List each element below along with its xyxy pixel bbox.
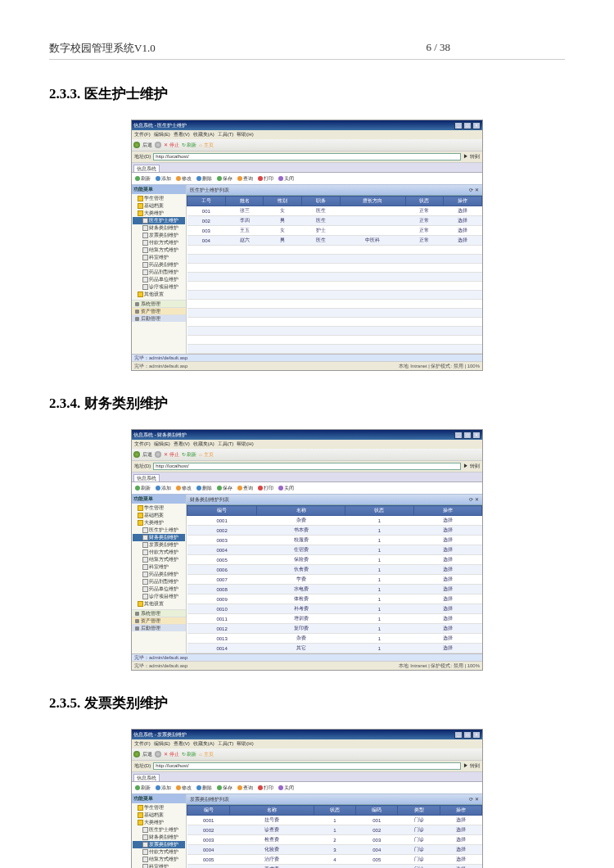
tree-item[interactable]: 财务类别维护 xyxy=(133,534,185,541)
forward-icon[interactable] xyxy=(155,751,161,757)
menu-item[interactable]: 查看(V) xyxy=(174,741,190,746)
app-toolbar-button[interactable]: 删除 xyxy=(196,485,212,492)
stop-button[interactable]: ✕ 停止 xyxy=(164,451,179,459)
app-toolbar-button[interactable]: 打印 xyxy=(258,784,273,792)
app-toolbar-button[interactable]: 保存 xyxy=(217,485,233,492)
menu-item[interactable]: 收藏夹(A) xyxy=(193,441,214,446)
tree-item[interactable]: 药品类别维护 xyxy=(133,571,185,578)
minimize-button[interactable]: _ xyxy=(454,122,463,129)
tree-item[interactable]: 其他设置 xyxy=(133,600,185,608)
app-toolbar-button[interactable]: 添加 xyxy=(156,485,171,492)
back-icon[interactable] xyxy=(133,142,140,148)
close-button[interactable]: × xyxy=(472,122,481,129)
back-label[interactable]: 后退 xyxy=(142,142,152,149)
tree-item[interactable]: 科室维护 xyxy=(133,254,185,261)
tree-item[interactable]: 药品单位维护 xyxy=(133,585,185,593)
menu-item[interactable]: 帮助(H) xyxy=(237,741,253,746)
forward-icon[interactable] xyxy=(155,451,161,458)
op-cell[interactable]: 选择 xyxy=(444,236,482,246)
op-cell[interactable]: 选择 xyxy=(440,816,481,825)
refresh-button[interactable]: ↻ 刷新 xyxy=(182,751,197,758)
menu-item[interactable]: 收藏夹(A) xyxy=(193,132,214,137)
go-button[interactable]: ▶ 转到 xyxy=(463,463,480,470)
tree-item[interactable]: 科室维护 xyxy=(133,563,185,571)
op-cell[interactable]: 选择 xyxy=(413,575,481,585)
url-input[interactable]: http://localhost/ xyxy=(153,463,461,470)
tree-item[interactable]: 付款方式维护 xyxy=(133,549,185,556)
op-cell[interactable]: 选择 xyxy=(444,216,482,226)
app-toolbar-button[interactable]: 保存 xyxy=(217,784,233,792)
app-toolbar-button[interactable]: 关闭 xyxy=(278,175,294,183)
refresh-button[interactable]: ↻ 刷新 xyxy=(182,451,197,459)
op-cell[interactable]: 选择 xyxy=(413,614,481,624)
nav-section[interactable]: 后勤管理 xyxy=(132,624,186,631)
home-button[interactable]: ⌂ 主页 xyxy=(199,751,213,758)
panel-tools[interactable]: ⟳ ✕ xyxy=(469,495,479,504)
menu-item[interactable]: 查看(V) xyxy=(174,441,190,446)
tree-item[interactable]: 发票类别维护 xyxy=(133,541,185,549)
refresh-button[interactable]: ↻ 刷新 xyxy=(182,142,197,149)
app-toolbar-button[interactable]: 查询 xyxy=(237,175,253,183)
tree-item[interactable]: 付款方式维护 xyxy=(133,848,185,856)
tree-item[interactable]: 发票类别维护 xyxy=(133,232,185,239)
maximize-button[interactable]: □ xyxy=(463,731,472,739)
op-cell[interactable]: 选择 xyxy=(440,825,481,835)
menu-item[interactable]: 文件(F) xyxy=(134,132,151,137)
menu-item[interactable]: 帮助(H) xyxy=(237,132,253,137)
tree-item[interactable]: 药品单位维护 xyxy=(133,276,185,283)
stop-button[interactable]: ✕ 停止 xyxy=(164,142,179,149)
url-input[interactable]: http://localhost/ xyxy=(153,153,461,160)
menu-item[interactable]: 帮助(H) xyxy=(237,441,253,446)
menu-item[interactable]: 文件(F) xyxy=(134,741,151,746)
minimize-button[interactable]: _ xyxy=(454,432,463,439)
tree-item[interactable]: 结算方式维护 xyxy=(133,246,185,254)
tree-item[interactable]: 基础档案 xyxy=(133,512,185,519)
tree-item[interactable]: 财务类别维护 xyxy=(133,834,185,841)
tree-item[interactable]: 学生管理 xyxy=(133,504,185,512)
url-input[interactable]: http://localhost/ xyxy=(153,762,461,770)
menu-item[interactable]: 收藏夹(A) xyxy=(193,741,214,746)
tree-item[interactable]: 大类维护 xyxy=(133,210,185,217)
op-cell[interactable]: 选择 xyxy=(440,845,481,855)
op-cell[interactable]: 选择 xyxy=(413,536,481,545)
menu-item[interactable]: 工具(T) xyxy=(218,441,234,446)
menu-item[interactable]: 编辑(E) xyxy=(154,441,170,446)
app-toolbar-button[interactable]: 修改 xyxy=(176,485,192,492)
app-toolbar-button[interactable]: 刷新 xyxy=(135,485,151,492)
op-cell[interactable]: 选择 xyxy=(440,855,481,865)
app-toolbar-button[interactable]: 修改 xyxy=(176,784,192,792)
back-icon[interactable] xyxy=(133,451,140,458)
tree-item[interactable]: 结算方式维护 xyxy=(133,556,185,563)
tree-item[interactable]: 药品类别维护 xyxy=(133,261,185,269)
tree-item[interactable]: 发票类别维护 xyxy=(133,841,185,848)
back-label[interactable]: 后退 xyxy=(142,751,152,758)
maximize-button[interactable]: □ xyxy=(463,432,472,439)
op-cell[interactable]: 选择 xyxy=(413,516,481,526)
back-label[interactable]: 后退 xyxy=(142,451,152,459)
app-toolbar-button[interactable]: 保存 xyxy=(217,175,233,183)
app-toolbar-button[interactable]: 打印 xyxy=(258,485,273,492)
maximize-button[interactable]: □ xyxy=(463,122,472,129)
tree-item[interactable]: 药品剂型维护 xyxy=(133,578,185,585)
nav-section[interactable]: 系统管理 xyxy=(132,609,186,617)
menu-item[interactable]: 编辑(E) xyxy=(154,132,170,137)
nav-section[interactable]: 后勤管理 xyxy=(132,314,186,322)
stop-button[interactable]: ✕ 停止 xyxy=(164,751,179,758)
op-cell[interactable]: 选择 xyxy=(413,634,481,644)
op-cell[interactable]: 选择 xyxy=(413,624,481,634)
panel-tools[interactable]: ⟳ ✕ xyxy=(469,186,479,194)
app-toolbar-button[interactable]: 修改 xyxy=(176,175,192,183)
menu-item[interactable]: 编辑(E) xyxy=(154,741,170,746)
back-icon[interactable] xyxy=(133,751,140,757)
app-toolbar-button[interactable]: 打印 xyxy=(258,175,273,183)
tree-item[interactable]: 基础档案 xyxy=(133,811,185,819)
op-cell[interactable]: 选择 xyxy=(440,835,481,845)
tree-item[interactable]: 学生管理 xyxy=(133,195,185,202)
op-cell[interactable]: 选择 xyxy=(413,545,481,555)
forward-icon[interactable] xyxy=(155,142,161,148)
tree-item[interactable]: 诊疗项目维护 xyxy=(133,593,185,600)
op-cell[interactable]: 选择 xyxy=(413,555,481,565)
menu-item[interactable]: 查看(V) xyxy=(174,132,190,137)
browser-tab[interactable]: 信息系统 xyxy=(133,165,160,172)
nav-section[interactable]: 系统管理 xyxy=(132,300,186,307)
